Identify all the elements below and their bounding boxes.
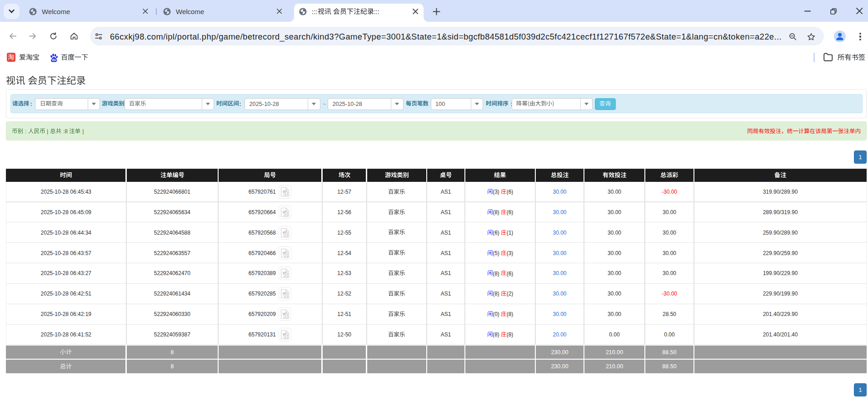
svg-text:du: du bbox=[52, 58, 56, 62]
